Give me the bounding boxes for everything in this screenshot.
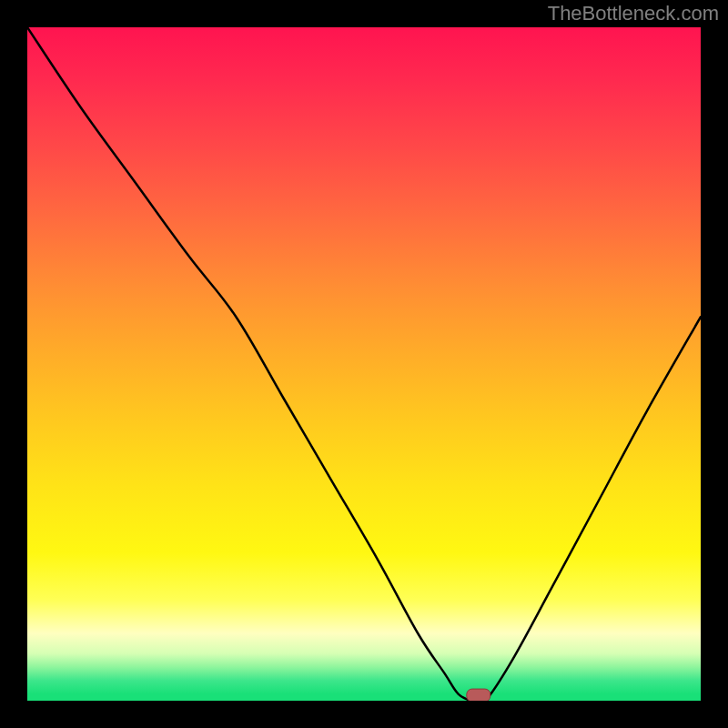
plot-area xyxy=(27,27,701,701)
watermark-text: TheBottleneck.com xyxy=(548,2,719,25)
optimum-marker xyxy=(467,689,490,701)
bottleneck-curve xyxy=(27,27,701,701)
curve-svg xyxy=(27,27,701,701)
chart-frame: TheBottleneck.com xyxy=(0,0,728,728)
